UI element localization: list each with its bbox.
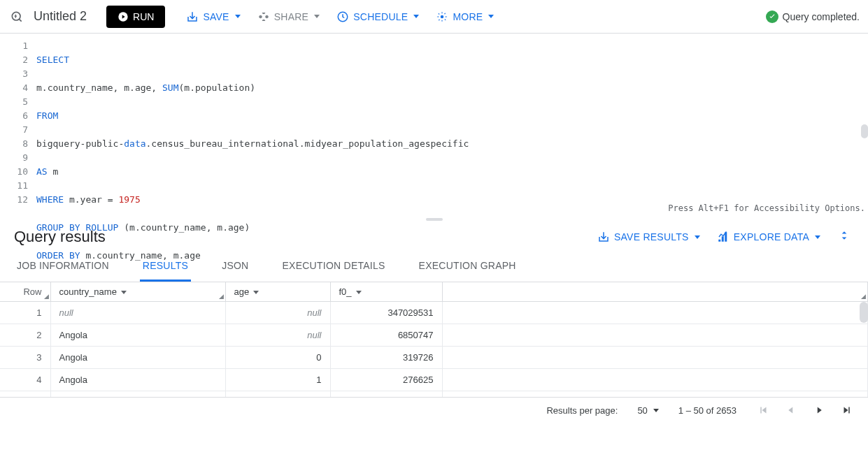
run-label: RUN [133,11,154,22]
sort-icon[interactable] [356,291,362,294]
line-gutter: 123456789101112 [0,34,36,217]
table-cell: null [225,324,330,347]
last-page-icon[interactable] [840,403,854,417]
query-icon[interactable] [8,8,25,25]
table-cell: null [225,302,330,324]
svg-point-4 [441,15,444,18]
schedule-label: SCHEDULE [353,11,408,22]
table-cell: 257721 [330,391,442,398]
dropdown-icon [653,409,659,412]
svg-line-1 [19,19,21,21]
code-area[interactable]: SELECT m.country_name, m.age, SUM(m.popu… [36,34,868,217]
first-page-icon[interactable] [756,403,770,417]
more-label: MORE [453,11,483,22]
save-button[interactable]: SAVE [179,5,247,29]
table-cell [442,369,868,391]
schedule-button[interactable]: SCHEDULE [329,5,426,29]
table-cell [442,347,868,369]
next-page-icon[interactable] [812,403,826,417]
scrollbar[interactable] [861,124,868,138]
table-cell: 4 [0,369,50,391]
dropdown-icon [235,15,241,18]
pagination-range: 1 – 50 of 2653 [678,405,737,416]
column-header-row[interactable]: Row◢ [0,282,50,302]
column-header-empty: ◢ [442,282,868,302]
table-row[interactable]: 2Angolanull6850747 [0,324,868,347]
share-label: SHARE [274,11,308,22]
table-cell: 1 [0,302,50,324]
more-button[interactable]: MORE [429,5,501,29]
table-row[interactable]: 5Angola2257721 [0,391,868,398]
table-cell: 6850747 [330,324,442,347]
resize-handle[interactable] [426,218,443,221]
table-cell: 2 [225,391,330,398]
page-size-select[interactable]: 50 [637,405,658,416]
table-cell: 3 [0,347,50,369]
dropdown-icon [413,15,419,18]
table-cell: 347029531 [330,302,442,324]
table-cell: Angola [50,347,225,369]
sql-editor[interactable]: 123456789101112 SELECT m.country_name, m… [0,34,868,217]
table-cell: 276625 [330,369,442,391]
sort-icon[interactable] [253,291,259,294]
table-cell: Angola [50,369,225,391]
table-cell: Angola [50,391,225,398]
column-header-age[interactable]: age [225,282,330,302]
column-header-country-name[interactable]: country_name◢ [50,282,225,302]
table-row[interactable]: 3Angola0319726 [0,347,868,369]
query-status: Query completed. [766,10,860,23]
table-cell [442,302,868,324]
table-cell: 5 [0,391,50,398]
run-button[interactable]: RUN [106,6,165,28]
accessibility-hint: Press Alt+F1 for Accessibility Options. [668,201,868,215]
table-cell: 2 [0,324,50,347]
save-label: SAVE [203,11,229,22]
table-cell [442,391,868,398]
column-header-f0[interactable]: f0_ [330,282,442,302]
pagination: Results per page: 50 1 – 50 of 2653 [0,397,868,423]
table-cell [442,324,868,347]
table-cell: 319726 [330,347,442,369]
sort-icon[interactable] [121,291,127,294]
dropdown-icon [314,15,320,18]
results-table-wrap: Row◢ country_name◢ age f0_ ◢ 1nullnull34… [0,282,868,397]
table-cell: Angola [50,324,225,347]
table-cell: 1 [225,369,330,391]
results-table: Row◢ country_name◢ age f0_ ◢ 1nullnull34… [0,282,868,397]
table-cell: 0 [225,347,330,369]
table-row[interactable]: 1nullnull347029531 [0,302,868,324]
table-row[interactable]: 4Angola1276625 [0,369,868,391]
success-icon [766,10,778,23]
prev-page-icon[interactable] [784,403,798,417]
status-text: Query completed. [783,11,860,22]
query-title[interactable]: Untitled 2 [34,9,87,24]
share-button[interactable]: SHARE [250,5,327,29]
table-cell: null [50,302,225,324]
dropdown-icon [488,15,494,18]
pagination-label: Results per page: [546,405,618,416]
toolbar: Untitled 2 RUN SAVE SHARE SCHEDULE MORE … [0,0,868,34]
table-scrollbar[interactable] [860,302,868,323]
